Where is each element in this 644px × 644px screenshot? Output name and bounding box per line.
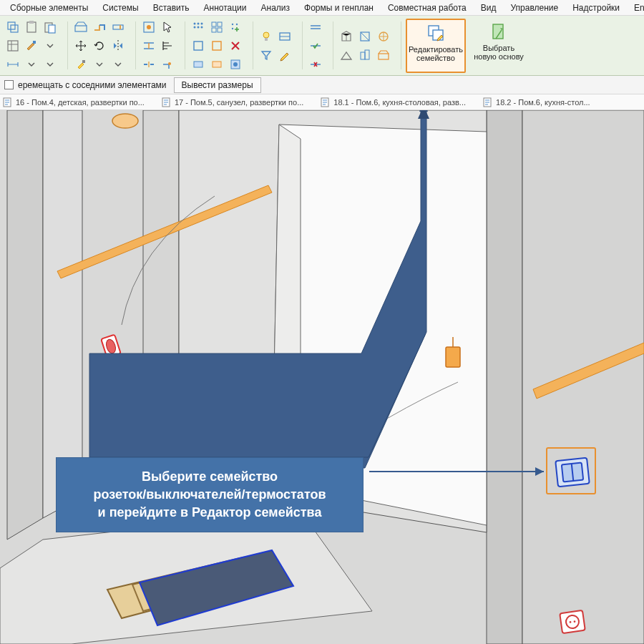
menu-системы[interactable]: Системы xyxy=(95,1,145,15)
highlight-icon[interactable] xyxy=(72,56,89,73)
view-tab-16[interactable]: 16 - Пом.4, детская, развертки по... xyxy=(3,97,145,107)
view-tab-label: 17 - Пом.5, санузел, развертки по... xyxy=(175,98,303,107)
checkbox-label: еремещать с соседними элементами xyxy=(18,80,167,90)
square-orange-icon[interactable] xyxy=(208,37,225,54)
svg-rect-5 xyxy=(49,25,55,33)
offset-icon[interactable] xyxy=(140,37,157,54)
split-icon[interactable] xyxy=(140,56,157,73)
menu-вид[interactable]: Вид xyxy=(474,1,504,15)
menu-формы-и-генплан[interactable]: Формы и генплан xyxy=(297,1,381,15)
blue1-icon[interactable] xyxy=(190,56,207,73)
svg-rect-0 xyxy=(8,22,15,29)
create3-icon[interactable] xyxy=(375,28,392,45)
dropdown4-icon[interactable] xyxy=(91,56,108,73)
modify-icon[interactable] xyxy=(4,19,21,36)
svg-rect-39 xyxy=(365,50,369,59)
menu-управление[interactable]: Управление xyxy=(503,1,565,15)
svg-rect-10 xyxy=(82,60,85,63)
view-tabs-bar: 16 - Пом.4, детская, развертки по... 17 … xyxy=(0,94,644,110)
dim-check-icon[interactable] xyxy=(307,37,324,54)
move-with-neighbors-checkbox[interactable]: еремещать с соседними элементами xyxy=(4,80,167,90)
dropdown2-icon[interactable] xyxy=(23,56,40,73)
menu-надстройки[interactable]: Надстройки xyxy=(565,1,627,15)
ribbon-group-3 xyxy=(140,19,180,72)
svg-rect-1 xyxy=(11,25,18,32)
highlighted-switch-family[interactable] xyxy=(546,447,596,494)
svg-marker-49 xyxy=(487,110,522,644)
type-prop-icon[interactable] xyxy=(4,37,21,54)
model-3d-scene xyxy=(0,110,644,644)
dim-tool-icon[interactable] xyxy=(4,56,21,73)
clipboard-icon[interactable] xyxy=(23,19,40,36)
cut-icon[interactable] xyxy=(72,19,89,36)
menu-анализ[interactable]: Анализ xyxy=(254,1,298,15)
create6-icon[interactable] xyxy=(375,47,392,64)
edit-family-button[interactable]: Редактироватьсемейство xyxy=(406,19,466,73)
svg-rect-29 xyxy=(194,62,203,67)
ribbon-group-7 xyxy=(338,19,396,72)
menu-ensc[interactable]: Ensc xyxy=(627,1,644,15)
join-icon[interactable] xyxy=(91,19,108,36)
view-canvas[interactable]: Выберите семейство розеток/выключателей/… xyxy=(0,110,644,644)
svg-point-24 xyxy=(232,23,233,24)
view-tab-label: 18.2 - Пом.6, кухня-стол... xyxy=(496,98,590,107)
mirror-icon[interactable] xyxy=(109,37,127,54)
paste-icon[interactable] xyxy=(42,19,59,36)
svg-rect-8 xyxy=(75,26,87,31)
view-tab-18-2[interactable]: 18.2 - Пом.6, кухня-стол... xyxy=(483,97,590,107)
grid-icon[interactable] xyxy=(208,19,225,36)
cope-icon[interactable] xyxy=(109,19,127,36)
svg-point-14 xyxy=(194,22,196,24)
svg-point-16 xyxy=(201,22,203,24)
delete-icon[interactable] xyxy=(227,37,244,54)
svg-rect-23 xyxy=(218,28,222,32)
trim-icon[interactable] xyxy=(159,56,176,73)
move-icon[interactable] xyxy=(72,37,89,54)
match-icon[interactable] xyxy=(23,37,40,54)
dropdown5-icon[interactable] xyxy=(109,56,127,73)
svg-rect-7 xyxy=(33,41,36,44)
svg-point-17 xyxy=(194,26,196,28)
ribbon: Редактироватьсемейство Выбратьновую осно… xyxy=(0,16,644,76)
show-dimensions-button[interactable]: Вывести размеры xyxy=(174,77,261,93)
bulb-icon[interactable] xyxy=(258,28,275,45)
dim-x-icon[interactable] xyxy=(307,56,324,73)
ribbon-group-2 xyxy=(72,19,131,72)
orange1-icon[interactable] xyxy=(208,56,225,73)
menu-bar: Сборные элементы Системы Вставить Аннота… xyxy=(0,0,644,16)
view-tab-18-1[interactable]: 18.1 - Пом.6, кухня-столовая, разв... xyxy=(321,97,466,107)
cursor-icon[interactable] xyxy=(159,19,176,36)
svg-point-25 xyxy=(236,23,238,24)
create4-icon[interactable] xyxy=(338,47,355,64)
svg-point-33 xyxy=(263,32,269,38)
dropdown-icon[interactable] xyxy=(42,37,59,54)
view-tab-17[interactable]: 17 - Пом.5, санузел, развертки по... xyxy=(162,97,303,107)
svg-rect-30 xyxy=(213,62,221,67)
blue3-icon[interactable] xyxy=(276,28,293,45)
pick-new-host-button[interactable]: Выбратьновую основу xyxy=(469,19,529,73)
filter-icon[interactable] xyxy=(258,47,275,64)
svg-rect-43 xyxy=(493,24,503,39)
menu-вставить[interactable]: Вставить xyxy=(146,1,197,15)
dim-equal-icon[interactable] xyxy=(307,19,324,36)
create5-icon[interactable] xyxy=(356,47,374,64)
options-bar: еремещать с соседними элементами Вывести… xyxy=(0,76,644,94)
svg-rect-20 xyxy=(212,22,216,26)
pick-new-host-label: Выбратьновую основу xyxy=(474,44,524,61)
menu-аннотации[interactable]: Аннотации xyxy=(197,1,254,15)
menu-совместная-работа[interactable]: Совместная работа xyxy=(381,1,474,15)
rotate-icon[interactable] xyxy=(91,37,108,54)
create-icon[interactable] xyxy=(338,28,355,45)
dropdown3-icon[interactable] xyxy=(42,56,59,73)
svg-rect-22 xyxy=(212,28,216,32)
align-icon[interactable] xyxy=(159,37,176,54)
activate-icon[interactable] xyxy=(140,19,157,36)
pencil-icon[interactable] xyxy=(276,47,293,64)
svg-rect-66 xyxy=(560,610,585,633)
dotplus-icon[interactable] xyxy=(227,19,244,36)
blue2-icon[interactable] xyxy=(227,56,244,73)
create2-icon[interactable] xyxy=(356,28,374,45)
square-blue-icon[interactable] xyxy=(190,37,207,54)
menu-сборные-элементы[interactable]: Сборные элементы xyxy=(3,1,95,15)
array-dots-icon[interactable] xyxy=(190,19,207,36)
